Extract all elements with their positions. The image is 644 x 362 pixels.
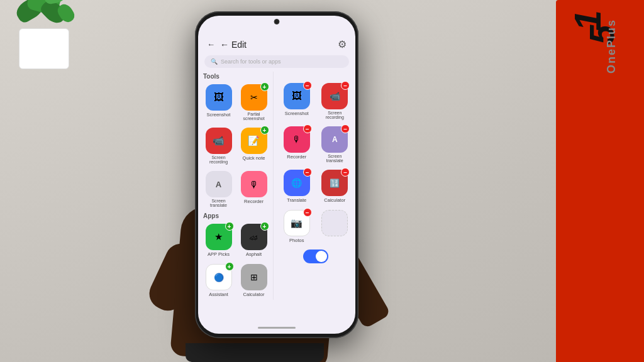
app-label: Assistant [209,292,228,297]
remove-badge: − [341,168,350,177]
tool-label: Screenrecording [209,155,228,164]
tool-label: Screentranslate [210,199,227,207]
active-label: Screentranslate [326,154,343,163]
search-icon: 🔍 [211,58,218,65]
active-translate[interactable]: 🌐 − Translate [279,167,315,206]
toggle-switch[interactable] [303,250,328,263]
tool-label: Screenshot [207,112,231,118]
active-label: Recorder [287,154,306,160]
available-panel: Tools 🖼 Screenshot [198,72,274,300]
tool-screen-translate[interactable]: A Screentranslate [202,168,235,210]
remove-badge: − [341,81,350,90]
tool-screen-recording[interactable]: 📹 Screenrecording [202,125,235,167]
remove-badge: − [341,124,350,133]
add-badge: + [225,262,234,271]
oneplus-box: 1 5 OnePlus [537,0,644,362]
app-calculator[interactable]: ⊞ Calculator [237,261,270,300]
scene: 1 5 OnePlus ← ← Edit ⚙ [0,0,644,362]
active-label: Screenrecording [326,111,344,119]
home-indicator [258,327,296,329]
app-label: APP Picks [208,251,230,257]
app-label: Calculator [243,292,265,297]
app-asphalt[interactable]: 🏎 + Asphalt [237,221,270,260]
active-screen-translate[interactable]: A − Screentranslate [317,124,353,165]
tool-screenshot[interactable]: 🖼 Screenshot [202,82,235,123]
active-screenshot[interactable]: 🖼 − Screenshot [279,80,315,122]
edit-title: ← Edit [220,40,247,50]
empty-slot [317,207,353,246]
tool-label: Quick note [243,155,265,161]
tool-recorder[interactable]: 🎙 Recorder [237,168,270,210]
active-screen-recording[interactable]: 📹 − Screenrecording [317,80,353,122]
edit-header: ← ← Edit ⚙ [198,33,355,53]
plant-decoration [0,0,101,75]
tool-label: Recorder [244,199,264,204]
app-app-picks[interactable]: ★ + APP Picks [202,221,235,260]
tool-quick-note[interactable]: 📝 + Quick note [237,125,270,167]
active-label: Screenshot [285,111,309,116]
toggle-area[interactable] [276,246,355,263]
settings-button[interactable]: ⚙ [338,38,347,50]
active-label: Calculator [324,197,345,203]
back-arrow[interactable]: ← [207,40,215,49]
add-badge: + [260,82,269,91]
front-camera [274,19,280,25]
tools-section-label: Tools [198,72,273,82]
search-placeholder: Search for tools or apps [221,58,281,65]
phone: ← ← Edit ⚙ 🔍 Search for tools or apps To… [195,11,358,338]
active-label: Translate [287,197,306,203]
active-calculator[interactable]: 🔢 − Calculator [317,167,353,206]
remove-badge: − [303,168,312,177]
tool-partial-screenshot[interactable]: ✂ + Partialscreenshot [237,82,270,123]
active-recorder[interactable]: 🎙 − Recorder [279,124,315,165]
remove-badge: − [303,124,312,133]
remove-badge: − [303,208,312,217]
apps-section-label: Apps [198,210,273,221]
active-panel: 🖼 − Screenshot 📹 [274,72,355,300]
remove-badge: − [303,81,312,90]
active-photos[interactable]: 📷 − Photos [279,207,315,246]
active-label: Photos [289,238,304,243]
tool-label: Partialscreenshot [243,112,264,121]
app-assistant[interactable]: 🔵 + Assistant [202,261,235,300]
add-badge: + [260,222,269,231]
add-badge: + [260,126,269,134]
search-bar[interactable]: 🔍 Search for tools or apps [204,55,349,68]
add-badge: + [225,222,234,231]
app-label: Asphalt [246,251,262,257]
phone-screen: ← ← Edit ⚙ 🔍 Search for tools or apps To… [198,16,355,334]
